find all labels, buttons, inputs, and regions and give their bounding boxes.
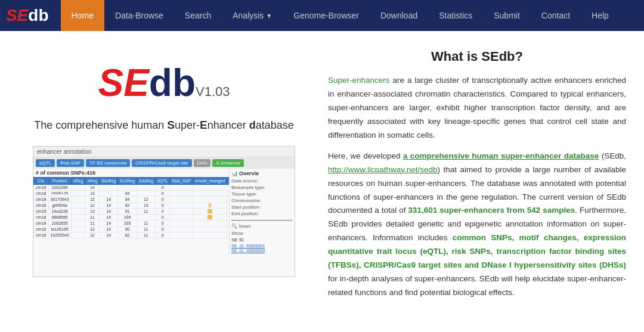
- ss-tab-eqtl[interactable]: eQTL: [36, 159, 55, 167]
- table-row: chr18088858011141090408157: [34, 214, 230, 220]
- analysis-arrow-icon: ▼: [266, 13, 272, 19]
- ss-header-label: enhancer annotation: [33, 147, 295, 157]
- tagline-e: E: [200, 119, 208, 131]
- ss-col-motif: #motif_changed: [193, 177, 227, 184]
- ss-col-sareg: SA/Reg: [137, 177, 155, 184]
- nav-menu: Home Data-Browse Search Analysis ▼ Genom…: [61, 0, 620, 31]
- logo-version: V1.03: [196, 84, 230, 99]
- tagline-s: S: [167, 119, 175, 131]
- ss-overview-title: 📊 Overvie: [231, 170, 293, 176]
- ss-se-id-link[interactable]: SE_21_#3000001: [231, 244, 293, 248]
- logo-se: SE: [98, 61, 148, 104]
- left-panel: SEdbV1.03 The comprehensive human Super-…: [18, 43, 310, 307]
- description-paragraph: Here, we developed a comprehensive human…: [328, 150, 626, 300]
- stats-text: 331,601 super-enhancers from 542 samples: [408, 206, 575, 215]
- nav-help[interactable]: Help: [581, 0, 620, 31]
- nav-submit[interactable]: Submit: [483, 0, 531, 31]
- db-link-text[interactable]: a comprehensive human super-enhancer dat…: [403, 151, 599, 160]
- nav-contact[interactable]: Contact: [531, 0, 581, 31]
- features-text: common SNPs, motif changes, expression q…: [328, 233, 626, 269]
- ss-col-eureg: EU/Reg: [118, 177, 137, 184]
- nav-download[interactable]: Download: [370, 0, 428, 31]
- brand-logo[interactable]: SEdb: [6, 6, 49, 25]
- table-row: chr181025354012148211071: [34, 232, 230, 238]
- table-row: chr18196281-5513940: [34, 190, 230, 196]
- ss-tab-risksnp[interactable]: Risk SNP: [57, 159, 84, 167]
- table-row: chr181062398140: [34, 184, 230, 190]
- nav-analysis[interactable]: Analysis ▼: [222, 0, 283, 31]
- ss-tissue-type: Tissue type:: [231, 191, 293, 197]
- page-title: What is SEdb?: [328, 49, 626, 64]
- brand-se: SE: [6, 6, 28, 25]
- brand-db: db: [28, 6, 48, 25]
- tagline: The comprehensive human Super-Enhancer d…: [34, 117, 294, 134]
- ss-tabs: eQTL Risk SNP TF BS conserved CRISPR/Cas…: [33, 157, 295, 169]
- ss-biosample-type: Biosample type:: [231, 185, 293, 190]
- ss-col-eqtl: eQTL: [155, 177, 170, 184]
- ss-col-areg: #Reg: [71, 177, 85, 184]
- nav-genome-browser[interactable]: Genome-Browser: [283, 0, 370, 31]
- navbar: SEdb Home Data-Browse Search Analysis ▼ …: [0, 0, 644, 31]
- ss-data-source: Data source:: [231, 178, 293, 184]
- nav-statistics[interactable]: Statistics: [428, 0, 483, 31]
- tagline-d: d: [249, 119, 256, 131]
- screenshot-image: enhancer annotation eQTL Risk SNP TF BS …: [33, 146, 295, 277]
- ss-side-panel: 📊 Overvie Data source: Biosample type: T…: [229, 169, 295, 255]
- table-row: chr18108285511141051108185: [34, 220, 230, 226]
- ss-search-area: 🔍 Searc: [231, 224, 293, 229]
- intro-text: are a large cluster of transcriptionally…: [328, 76, 626, 139]
- nav-search[interactable]: Search: [174, 0, 222, 31]
- ss-col-pos: Position: [48, 177, 71, 184]
- ss-tab-crispr[interactable]: CRISPR/Cas9 target site: [132, 159, 191, 167]
- table-row: chr18te12616512149011071: [34, 226, 230, 232]
- logo-db: db: [149, 61, 196, 104]
- ss-tab-dhs[interactable]: DHS: [194, 159, 211, 167]
- ss-end-pos: End position:: [231, 211, 293, 216]
- ss-data-table: Chr Position #Reg #Reg EA/Reg EU/Reg SA/…: [33, 177, 229, 238]
- table-row: chr1814a32281314911106081162: [34, 208, 230, 214]
- ss-col-risksnp: Risk_SNP: [170, 177, 193, 184]
- ss-chromosome: Chromosome:: [231, 198, 293, 203]
- logo-area: SEdbV1.03: [98, 61, 230, 105]
- ss-show-label: Show: [231, 231, 293, 236]
- chart-icon: 📊: [231, 170, 238, 176]
- right-panel: What is SEdb? Super-enhancers are a larg…: [328, 43, 626, 307]
- ss-se-id-label: SE ID: [231, 237, 293, 243]
- ss-tab-tfbs[interactable]: TF BS conserved: [86, 159, 130, 167]
- ss-start-pos: Start position:: [231, 204, 293, 210]
- nav-home[interactable]: Home: [61, 0, 104, 31]
- intro-paragraph: Super-enhancers are a large cluster of t…: [328, 74, 626, 142]
- ss-col-breg: #Reg: [85, 177, 100, 184]
- ss-se-id-link2[interactable]: SE_21_#3000003: [231, 249, 293, 253]
- nav-data-browse[interactable]: Data-Browse: [104, 0, 174, 31]
- main-content: SEdbV1.03 The comprehensive human Super-…: [0, 31, 644, 319]
- search-icon: 🔍: [231, 224, 237, 229]
- table-row: chr18gt4654a121462130681: [34, 202, 230, 208]
- ss-col-chr: Chr: [34, 177, 49, 184]
- ss-search-label: Searc: [239, 224, 251, 229]
- ss-col-eareg: EA/Reg: [100, 177, 118, 184]
- super-enhancers-label: Super-enhancers: [328, 76, 390, 85]
- url-link[interactable]: http://www.licpathway.net/sedb: [328, 165, 438, 174]
- ss-tab-senhancer[interactable]: S enhancer: [212, 159, 244, 167]
- table-row: chr183617064312149412034: [34, 196, 230, 202]
